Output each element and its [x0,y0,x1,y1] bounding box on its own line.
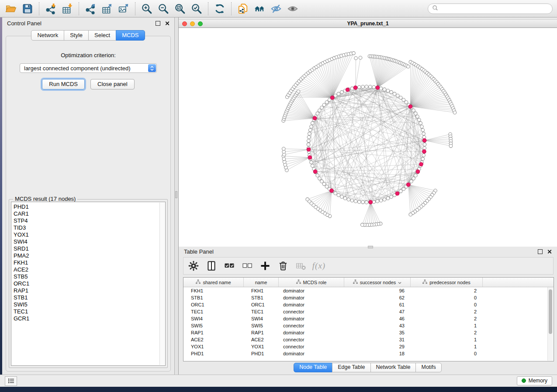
task-history-button[interactable] [5,376,17,386]
open-file-icon[interactable] [4,2,17,15]
result-node-item[interactable]: SWI4 [14,238,165,245]
window-zoom-button[interactable] [198,21,203,26]
result-node-item[interactable]: FKH1 [14,259,165,266]
table-scrollbar-thumb[interactable] [549,289,552,334]
tab-style[interactable]: Style [64,30,89,41]
zoom-fit-icon[interactable] [173,2,187,15]
result-list-scrollbar[interactable] [159,203,165,365]
close-panel-icon[interactable] [165,21,170,26]
zoom-out-icon[interactable] [157,2,170,15]
criterion-select[interactable]: largest connected component (undirected) [20,63,157,73]
toolbar-separator [39,2,39,15]
table-cell: 1 [411,323,483,328]
settings-gear-icon[interactable] [188,260,199,272]
result-node-item[interactable]: STB1 [14,294,165,301]
float-table-panel-icon[interactable] [538,249,543,254]
tab-mcds[interactable]: MCDS [116,30,145,41]
table-cell: connector [279,309,344,314]
column-header-shared-name[interactable]: shared name [183,278,244,287]
column-header-mcds-role[interactable]: MCDS role [279,278,344,287]
refresh-icon[interactable] [213,2,226,15]
table-row[interactable]: YOX1YOX1connector291 [183,343,554,350]
network-canvas[interactable] [179,28,557,247]
column-header-successor-nodes[interactable]: successor nodes [344,278,411,287]
delete-column-icon[interactable] [277,260,289,272]
table-cell: FKH1 [244,288,279,293]
save-icon[interactable] [21,2,34,15]
import-table-icon[interactable] [61,2,74,15]
result-node-item[interactable]: RAP1 [14,287,165,294]
result-node-item[interactable]: GCR1 [14,315,165,322]
tab-network-table[interactable]: Network Table [370,363,416,372]
node-table: shared namenameMCDS rolesuccessor nodesp… [183,277,554,361]
tab-network[interactable]: Network [31,30,64,41]
mcds-result-list[interactable]: PHD1CAR1STP4TID3YOX1SWI4SRD1PMA2FKH1ACE2… [11,202,166,366]
memory-button[interactable]: Memory [517,376,552,385]
table-row[interactable]: PHD1PHD1dominator180 [183,350,554,357]
column-header-name[interactable]: name [244,278,279,287]
mcds-result-title: MCDS result (17 nodes) [13,196,77,202]
network-window-titlebar: YPA_prune.txt_1 [179,19,557,28]
search-field[interactable] [428,3,553,14]
column-panel-icon[interactable] [206,260,217,272]
panel-splitter[interactable] [175,17,179,375]
control-panel-tabs: NetworkStyleSelectMCDS [2,30,174,41]
float-panel-icon[interactable] [156,21,160,26]
close-table-panel-icon[interactable] [547,249,552,254]
tab-motifs[interactable]: Motifs [415,363,441,372]
import-network-icon[interactable] [44,2,57,15]
result-node-item[interactable]: STB5 [14,273,165,280]
deselect-all-icon[interactable] [242,260,253,272]
table-scrollbar[interactable] [547,287,553,361]
table-row[interactable]: SWI5SWI5connector431 [183,322,554,329]
table-header-row: shared namenameMCDS rolesuccessor nodesp… [183,278,554,287]
search-input[interactable] [441,5,548,12]
first-neighbors-icon[interactable] [253,2,266,15]
result-node-item[interactable]: PHD1 [14,203,165,210]
splitter-grip[interactable] [175,191,177,198]
table-cell: FKH1 [183,288,244,293]
right-area: YPA_prune.txt_1 Table Panel f(x) shared … [179,17,557,375]
select-all-icon[interactable] [224,260,235,272]
duplicate-network-icon[interactable] [236,2,249,15]
table-row[interactable]: ORC1ORC1dominator610 [183,301,554,308]
add-column-icon[interactable] [259,260,271,272]
table-toolbar: f(x) [183,257,554,275]
table-row[interactable]: ACE2ACE2connector311 [183,336,554,343]
horizontal-splitter-grip[interactable] [368,246,373,248]
tab-node-table[interactable]: Node Table [294,363,332,372]
table-row[interactable]: RAP1RAP1dominator352 [183,329,554,336]
run-mcds-button[interactable]: Run MCDS [42,79,85,89]
result-node-item[interactable]: ORC1 [14,280,165,287]
network-graph[interactable] [179,28,557,247]
result-node-item[interactable]: TEC1 [14,308,165,315]
column-header-predecessor-nodes[interactable]: predecessor nodes [411,278,483,287]
table-cell: 61 [344,302,411,307]
tab-select[interactable]: Select [88,30,116,41]
window-close-button[interactable] [182,21,187,26]
zoom-in-icon[interactable] [140,2,153,15]
table-cell: 2 [411,309,483,314]
result-node-item[interactable]: SWI5 [14,301,165,308]
tab-edge-table[interactable]: Edge Table [332,363,370,372]
table-row[interactable]: FKH1FKH1dominator962 [183,287,554,294]
table-row[interactable]: STB1STB1dominator620 [183,294,554,301]
export-table-icon[interactable] [100,2,114,15]
result-node-item[interactable]: SRD1 [14,245,165,252]
table-row[interactable]: TEC1TEC1connector472 [183,308,554,315]
result-node-item[interactable]: ACE2 [14,266,165,273]
result-node-item[interactable]: CAR1 [14,210,165,217]
export-network-icon[interactable] [84,2,97,15]
show-all-icon[interactable] [286,2,299,15]
result-node-item[interactable]: TID3 [14,224,165,231]
desktop: Control Panel NetworkStyleSelectMCDS Opt… [0,0,557,392]
zoom-selected-icon[interactable] [190,2,203,15]
result-node-item[interactable]: STP4 [14,217,165,224]
window-minimize-button[interactable] [190,21,195,26]
close-panel-button[interactable]: Close panel [90,79,135,89]
table-row[interactable]: SWI4SWI4dominator462 [183,315,554,322]
hide-selected-icon[interactable] [270,2,283,15]
export-image-icon[interactable] [117,2,130,15]
result-node-item[interactable]: YOX1 [14,231,165,238]
result-node-item[interactable]: PMA2 [14,252,165,259]
